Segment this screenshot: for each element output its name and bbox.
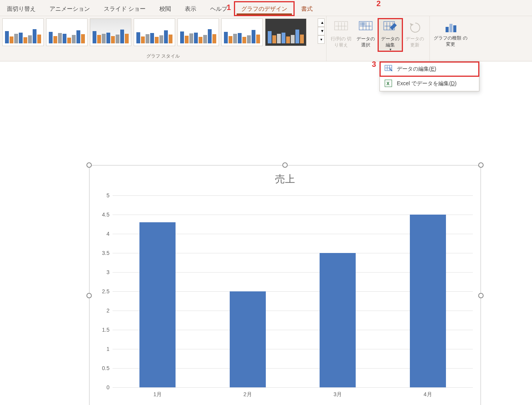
- svg-rect-5: [449, 24, 452, 32]
- svg-rect-2: [360, 22, 365, 25]
- chart-x-tick: 4月: [383, 391, 473, 398]
- select-data-button[interactable]: データの 選択: [353, 18, 378, 48]
- chart-styles-label: グラフ スタイル: [2, 52, 324, 61]
- chart-style-thumb[interactable]: [46, 18, 88, 46]
- chart-title: 売上: [89, 165, 481, 188]
- tab-transitions[interactable]: 面切り替え: [0, 2, 43, 16]
- chart-y-tick: 1.5: [94, 327, 109, 333]
- chart-y-tick: 4: [94, 231, 109, 237]
- annotation-2: 2: [376, 0, 381, 8]
- chart-style-more[interactable]: ▾: [318, 35, 325, 44]
- chart-y-tick: 1: [94, 346, 109, 352]
- chart-gridline: [113, 387, 473, 388]
- selection-handle[interactable]: [282, 162, 288, 168]
- chart-style-scroll-up[interactable]: ▲: [318, 18, 325, 27]
- chart-x-tick: 2月: [203, 391, 293, 398]
- ribbon-body: ▲ ▼ ▾ グラフ スタイル 行/列の 切り替え データの 選択 データの 編集…: [0, 16, 532, 61]
- tab-format[interactable]: 書式: [294, 2, 320, 16]
- slide-canvas: 売上 00.511.522.533.544.551月2月3月4月 売上: [0, 61, 532, 405]
- refresh-icon: [408, 21, 422, 35]
- chart-y-tick: 2: [94, 307, 109, 314]
- chart-x-tick: 1月: [113, 391, 203, 398]
- chart-x-tick: 3月: [293, 391, 383, 398]
- chevron-down-icon: ▾: [389, 47, 391, 51]
- svg-rect-0: [335, 21, 348, 30]
- menuitem-edit-in-excel[interactable]: X Excel でデータを編集(D): [380, 76, 479, 91]
- chart-style-thumb[interactable]: [90, 18, 131, 46]
- chart-bar[interactable]: [320, 253, 356, 387]
- annotation-3: 3: [372, 60, 376, 69]
- select-data-icon: [358, 21, 373, 35]
- annotation-1: 1: [227, 3, 231, 12]
- chart-bar[interactable]: [410, 215, 446, 387]
- edit-data-icon: [384, 65, 393, 73]
- refresh-data-button: データの 更新: [403, 18, 427, 48]
- chart-bar[interactable]: [139, 222, 176, 387]
- chart-style-thumb[interactable]: [2, 18, 44, 46]
- chart-y-tick: 3: [94, 269, 109, 275]
- svg-rect-4: [446, 27, 449, 32]
- menuitem-label: データの編集(E): [397, 66, 436, 73]
- svg-rect-6: [453, 25, 456, 32]
- selection-handle[interactable]: [478, 293, 484, 298]
- tab-view[interactable]: 表示: [178, 2, 203, 16]
- excel-icon: X: [384, 79, 393, 88]
- edit-data-button[interactable]: データの 編集 ▾: [378, 18, 403, 51]
- edit-data-dropdown: データの編集(E) X Excel でデータを編集(D): [380, 61, 479, 91]
- chart-y-tick: 5: [94, 192, 109, 198]
- change-chart-type-icon: [443, 20, 458, 35]
- chart-style-scroll: ▲ ▼ ▾: [318, 18, 325, 44]
- chart-styles-group: ▲ ▼ ▾ グラフ スタイル: [0, 16, 326, 61]
- selection-handle[interactable]: [86, 293, 92, 298]
- chart-style-thumb[interactable]: [221, 18, 263, 46]
- selection-handle[interactable]: [86, 162, 92, 168]
- tab-slideshow[interactable]: スライド ショー: [97, 2, 152, 16]
- selection-handle[interactable]: [478, 162, 484, 168]
- chart-y-tick: 0.5: [94, 365, 109, 371]
- chart-y-tick: 0: [94, 384, 109, 390]
- chart-style-scroll-down[interactable]: ▼: [318, 27, 325, 35]
- chart-object[interactable]: 売上 00.511.522.533.544.551月2月3月4月 売上: [89, 165, 481, 405]
- svg-text:X: X: [386, 81, 389, 86]
- menuitem-edit-data[interactable]: データの編集(E): [380, 62, 479, 76]
- chart-bar[interactable]: [230, 291, 266, 387]
- chart-box: 売上 00.511.522.533.544.551月2月3月4月 売上: [89, 165, 481, 405]
- switch-row-col-button: 行/列の 切り替え: [329, 18, 353, 48]
- ribbon-tabstrip: 面切り替え アニメーション スライド ショー 校閲 表示 ヘルプ 1 グラフのデ…: [0, 0, 532, 16]
- tab-review[interactable]: 校閲: [152, 2, 178, 16]
- chart-style-thumb[interactable]: [177, 18, 219, 46]
- chart-style-thumb[interactable]: [134, 18, 175, 46]
- chart-gridline: [113, 195, 473, 196]
- chart-plot-area: 00.511.522.533.544.551月2月3月4月: [113, 195, 473, 387]
- switch-row-col-icon: [334, 21, 348, 35]
- edit-data-icon: [383, 21, 398, 35]
- menuitem-label: Excel でデータを編集(D): [397, 80, 457, 87]
- chart-y-tick: 4.5: [94, 212, 109, 218]
- tab-animation[interactable]: アニメーション: [43, 2, 97, 16]
- chart-y-tick: 3.5: [94, 250, 109, 256]
- tab-chart-design[interactable]: グラフのデザイン: [234, 2, 294, 16]
- chart-y-tick: 2.5: [94, 288, 109, 294]
- change-chart-type-button[interactable]: グラフの種類 の変更: [432, 18, 469, 47]
- chart-style-thumb[interactable]: [265, 18, 307, 46]
